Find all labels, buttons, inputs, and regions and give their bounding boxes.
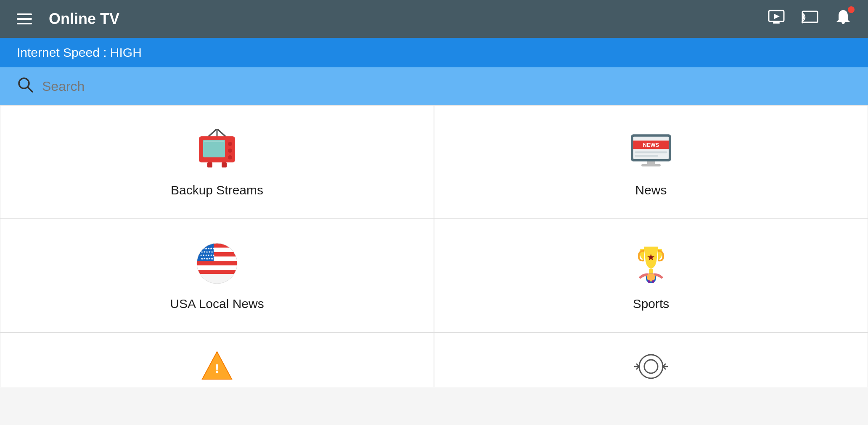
- tv-button[interactable]: [768, 10, 785, 28]
- svg-rect-15: [207, 162, 212, 167]
- hamburger-menu-button[interactable]: [17, 13, 32, 24]
- svg-point-50: [644, 360, 658, 373]
- svg-rect-17: [204, 141, 224, 142]
- partial-left-item[interactable]: !: [0, 332, 434, 387]
- svg-point-44: [647, 273, 655, 282]
- main-grid: Backup Streams NEWS News: [0, 105, 868, 387]
- svg-text:!: !: [215, 361, 219, 375]
- backup-streams-icon: [194, 127, 240, 173]
- sports-trophy-icon: ★: [628, 240, 674, 287]
- speed-bar: Internet Speed : HIGH: [0, 38, 868, 67]
- usa-local-news-item[interactable]: ★★★★★★ ★★★★★ ★★★★★★ ★★★★★ USA Local News: [0, 219, 434, 332]
- news-icon: NEWS: [628, 127, 674, 173]
- svg-rect-16: [222, 162, 227, 167]
- news-label: News: [635, 183, 667, 197]
- search-icon: [17, 76, 34, 97]
- svg-text:★★★★★★: ★★★★★★: [200, 247, 215, 250]
- backup-streams-label: Backup Streams: [171, 183, 263, 197]
- svg-rect-30: [197, 243, 237, 248]
- search-bar: [0, 67, 868, 105]
- partial-right-item[interactable]: [434, 332, 868, 387]
- svg-rect-19: [641, 164, 661, 167]
- svg-rect-2: [773, 22, 780, 24]
- sports-label: Sports: [633, 297, 670, 311]
- notification-badge: [848, 6, 855, 13]
- app-title: Online TV: [49, 10, 119, 28]
- svg-point-49: [639, 355, 663, 378]
- usa-flag-icon: ★★★★★★ ★★★★★ ★★★★★★ ★★★★★: [194, 240, 240, 287]
- svg-marker-1: [774, 14, 780, 19]
- header-icons: [768, 9, 851, 29]
- search-input[interactable]: [42, 79, 851, 94]
- svg-point-46: [652, 280, 654, 283]
- svg-rect-33: [197, 270, 237, 274]
- svg-text:★★★★★: ★★★★★: [201, 257, 213, 260]
- svg-text:NEWS: NEWS: [643, 142, 659, 148]
- header-left: Online TV: [17, 10, 119, 28]
- target-icon: [634, 350, 668, 385]
- svg-rect-11: [203, 140, 225, 157]
- warning-icon: !: [200, 350, 234, 385]
- svg-rect-25: [635, 155, 658, 157]
- svg-rect-24: [635, 151, 667, 154]
- speed-text: Internet Speed : HIGH: [17, 45, 142, 60]
- svg-text:★: ★: [647, 252, 655, 263]
- backup-streams-item[interactable]: Backup Streams: [0, 105, 434, 219]
- svg-point-14: [228, 155, 232, 159]
- header: Online TV: [0, 0, 868, 38]
- svg-text:★★★★★: ★★★★★: [201, 250, 213, 253]
- svg-point-13: [228, 149, 232, 153]
- svg-rect-32: [197, 261, 237, 266]
- svg-point-12: [228, 142, 232, 146]
- svg-line-8: [217, 129, 225, 136]
- svg-point-4: [802, 21, 804, 24]
- svg-line-7: [209, 129, 217, 136]
- cast-button[interactable]: [802, 10, 818, 28]
- notification-button[interactable]: [835, 9, 851, 29]
- svg-line-6: [28, 87, 32, 92]
- news-item[interactable]: NEWS News: [434, 105, 868, 219]
- svg-text:★★★★★★: ★★★★★★: [200, 254, 215, 257]
- usa-local-news-label: USA Local News: [170, 297, 264, 311]
- sports-item[interactable]: ★ Sports: [434, 219, 868, 332]
- svg-point-45: [648, 280, 650, 283]
